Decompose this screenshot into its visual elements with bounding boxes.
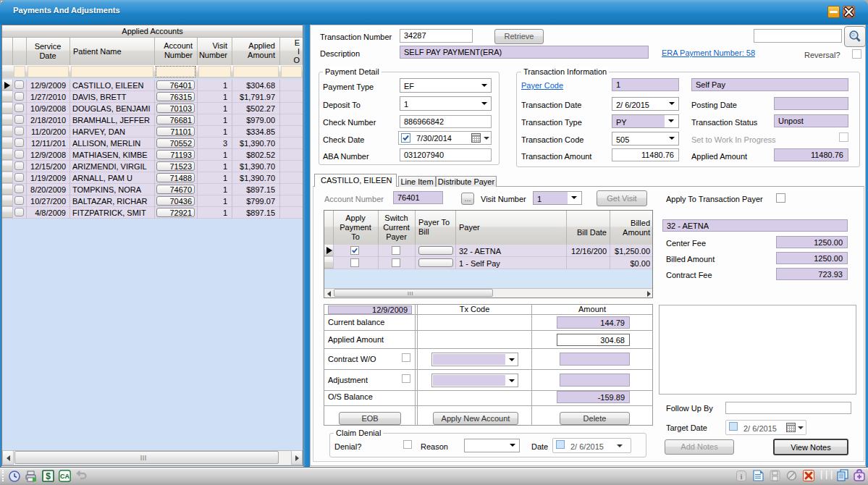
svg-text:i: i: [740, 472, 742, 481]
svg-text:$: $: [46, 471, 51, 481]
svg-text:CA: CA: [60, 473, 69, 480]
